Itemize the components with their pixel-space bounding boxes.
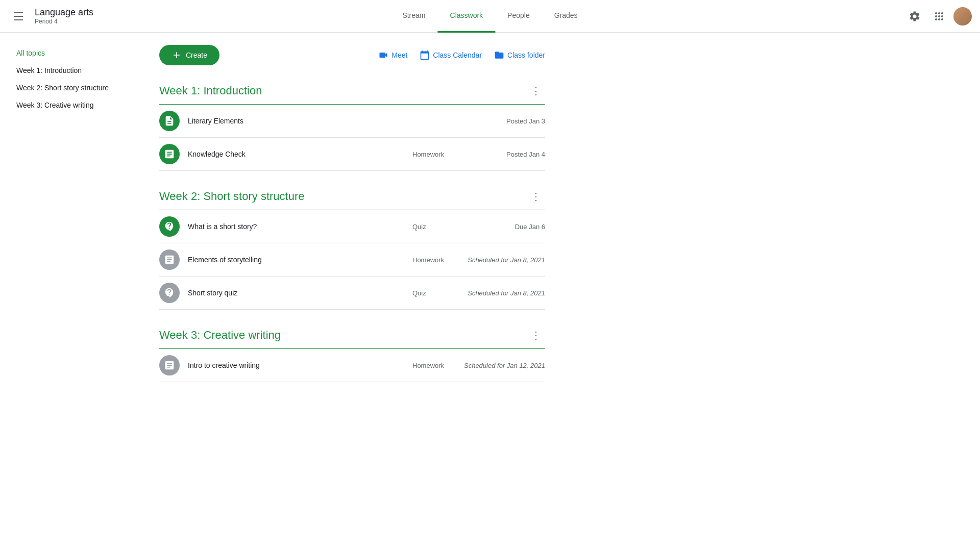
- literary-elements-name: Literary Elements: [188, 117, 412, 125]
- week2-header: Week 2: Short story structure ⋮: [159, 187, 545, 210]
- creative-writing-icon: [159, 355, 180, 375]
- toolbar-links: Meet Class Calendar Class folder: [378, 50, 545, 60]
- assignment-what-is-a-short-story[interactable]: What is a short story? Quiz Due Jan 6: [159, 210, 545, 243]
- assignment-creative-icon: [164, 360, 175, 371]
- knowledge-check-date: Posted Jan 4: [453, 151, 545, 158]
- storytelling-icon: [159, 249, 180, 270]
- avatar[interactable]: [953, 7, 972, 26]
- knowledge-check-icon: [159, 144, 180, 164]
- apps-button[interactable]: [929, 6, 949, 27]
- knowledge-check-type: Homework: [412, 151, 453, 158]
- main-content: Create Meet Class Calendar Class folder: [143, 33, 561, 551]
- class-title: Language arts: [35, 7, 93, 18]
- week1-title: Week 1: Introduction: [159, 84, 262, 97]
- week1-more-button[interactable]: ⋮: [527, 82, 545, 100]
- quiz-gray-icon: [164, 287, 175, 298]
- meet-icon: [378, 50, 388, 60]
- week3-more-button[interactable]: ⋮: [527, 326, 545, 344]
- sidebar-item-all-topics[interactable]: All topics: [8, 45, 135, 61]
- quiz-icon: [164, 221, 175, 232]
- calendar-icon: [420, 50, 430, 60]
- nav-people[interactable]: People: [495, 0, 542, 33]
- week3-title: Week 3: Creative writing: [159, 329, 281, 342]
- assignment-intro-creative-writing[interactable]: Intro to creative writing Homework Sched…: [159, 349, 545, 382]
- storytelling-date: Scheduled for Jan 8, 2021: [453, 256, 545, 264]
- plus-icon: [172, 50, 182, 60]
- class-calendar-link[interactable]: Class Calendar: [420, 50, 482, 60]
- nav-classwork[interactable]: Classwork: [438, 0, 496, 33]
- header-right: [904, 6, 972, 27]
- week1-section: Week 1: Introduction ⋮ Literary Elements…: [159, 82, 545, 171]
- main-layout: All topics Week 1: Introduction Week 2: …: [0, 33, 980, 551]
- nav-stream[interactable]: Stream: [390, 0, 437, 33]
- meet-link[interactable]: Meet: [378, 50, 407, 60]
- storytelling-name: Elements of storytelling: [188, 256, 412, 264]
- class-subtitle: Period 4: [35, 18, 93, 25]
- knowledge-check-name: Knowledge Check: [188, 150, 412, 158]
- short-story-quiz-type: Quiz: [412, 289, 453, 297]
- creative-writing-name: Intro to creative writing: [188, 361, 412, 369]
- creative-writing-date: Scheduled for Jan 12, 2021: [453, 362, 545, 369]
- week2-title: Week 2: Short story structure: [159, 190, 304, 203]
- week1-header: Week 1: Introduction ⋮: [159, 82, 545, 105]
- toolbar: Create Meet Class Calendar Class folder: [159, 45, 545, 65]
- sidebar-item-week3[interactable]: Week 3: Creative writing: [8, 97, 135, 113]
- folder-icon: [494, 50, 504, 60]
- sidebar: All topics Week 1: Introduction Week 2: …: [0, 33, 143, 551]
- sidebar-item-week2[interactable]: Week 2: Short story structure: [8, 80, 135, 96]
- week2-section: Week 2: Short story structure ⋮ What is …: [159, 187, 545, 310]
- nav-grades[interactable]: Grades: [542, 0, 590, 33]
- week3-section: Week 3: Creative writing ⋮ Intro to crea…: [159, 326, 545, 382]
- class-info: Language arts Period 4: [35, 7, 93, 25]
- doc-icon: [164, 115, 175, 127]
- settings-button[interactable]: [904, 6, 925, 27]
- assignment-literary-elements[interactable]: Literary Elements Posted Jan 3: [159, 105, 545, 138]
- sidebar-item-week1[interactable]: Week 1: Introduction: [8, 62, 135, 79]
- create-button[interactable]: Create: [159, 45, 219, 65]
- literary-elements-date: Posted Jan 3: [453, 117, 545, 125]
- class-folder-link[interactable]: Class folder: [494, 50, 545, 60]
- header: Language arts Period 4 Stream Classwork …: [0, 0, 980, 33]
- short-story-quiz-name: Short story quiz: [188, 289, 412, 297]
- creative-writing-type: Homework: [412, 362, 453, 369]
- literary-elements-icon: [159, 111, 180, 131]
- week3-header: Week 3: Creative writing ⋮: [159, 326, 545, 349]
- week2-more-button[interactable]: ⋮: [527, 187, 545, 206]
- assignment-gray-icon: [164, 254, 175, 265]
- assignment-icon: [164, 148, 175, 160]
- storytelling-type: Homework: [412, 256, 453, 264]
- assignment-short-story-quiz[interactable]: Short story quiz Quiz Scheduled for Jan …: [159, 277, 545, 310]
- short-story-quiz-date: Scheduled for Jan 8, 2021: [453, 289, 545, 297]
- assignment-elements-of-storytelling[interactable]: Elements of storytelling Homework Schedu…: [159, 243, 545, 277]
- menu-button[interactable]: [8, 6, 29, 27]
- main-nav: Stream Classwork People Grades: [390, 0, 590, 33]
- assignment-knowledge-check[interactable]: Knowledge Check Homework Posted Jan 4: [159, 138, 545, 171]
- short-story-date: Due Jan 6: [453, 223, 545, 231]
- short-story-quiz-icon: [159, 283, 180, 303]
- short-story-icon: [159, 216, 180, 237]
- short-story-name: What is a short story?: [188, 222, 412, 231]
- short-story-type: Quiz: [412, 223, 453, 231]
- header-left: Language arts Period 4: [8, 6, 120, 27]
